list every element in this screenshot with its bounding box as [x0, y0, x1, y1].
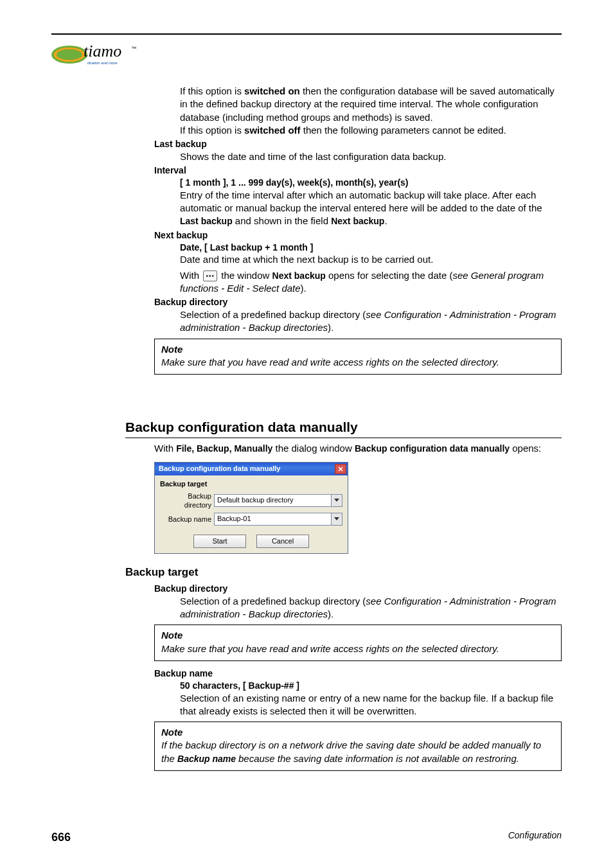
- brand-logo: tiamo ™ titration and more: [51, 41, 562, 68]
- backup-name-range: 50 characters, [ Backup-## ]: [180, 680, 562, 692]
- backup-directory-select[interactable]: Default backup directory: [214, 494, 342, 507]
- note-box-2: Note Make sure that you have read and wr…: [154, 624, 562, 661]
- next-backup-text1: Date and time at which the next backup i…: [180, 253, 562, 266]
- note-text: Make sure that you have read and write a…: [161, 642, 555, 655]
- last-backup-label: Last backup: [154, 138, 562, 150]
- note-text: Make sure that you have read and write a…: [161, 356, 555, 369]
- backup-name-text: Selection of an existing name or entry o…: [180, 692, 562, 718]
- dialog-screenshot: Backup configuration data manually Backu…: [154, 462, 348, 554]
- svg-text:™: ™: [131, 46, 136, 51]
- next-backup-range: Date, [ Last backup + 1 month ]: [180, 242, 562, 254]
- section-heading: Backup configuration data manually: [125, 418, 562, 438]
- dialog-row2-label: Backup name: [160, 515, 211, 524]
- note-text: If the backup directory is on a network …: [161, 739, 555, 765]
- backup-directory-value: Default backup directory: [215, 495, 331, 506]
- note-title: Note: [161, 629, 555, 642]
- backup-name-label: Backup name: [154, 668, 562, 680]
- start-button[interactable]: Start: [193, 535, 246, 548]
- svg-text:tiamo: tiamo: [84, 42, 121, 60]
- interval-text: Entry of the time interval after which a…: [180, 189, 562, 228]
- svg-text:titration and more: titration and more: [87, 61, 118, 65]
- dialog-group-label: Backup target: [160, 479, 342, 489]
- note-title: Note: [161, 726, 555, 739]
- section-intro: With File, Backup, Manually the dialog w…: [154, 442, 562, 455]
- cancel-button[interactable]: Cancel: [256, 535, 309, 548]
- backup-directory-label: Backup directory: [154, 296, 562, 308]
- dialog-title: Backup configuration data manually: [159, 464, 280, 474]
- chevron-down-icon[interactable]: [331, 495, 342, 506]
- svg-point-2: [57, 49, 82, 60]
- page-number: 666: [51, 829, 71, 845]
- note-box-1: Note Make sure that you have read and wr…: [154, 339, 562, 375]
- backup-directory-text-2: Selection of a predefined backup directo…: [180, 595, 562, 621]
- backup-directory-label-2: Backup directory: [154, 583, 562, 595]
- backup-name-value: Backup-01: [215, 513, 331, 525]
- interval-range: [ 1 month ], 1 ... 999 day(s), week(s), …: [180, 177, 562, 189]
- note-box-3: Note If the backup directory is on a net…: [154, 722, 562, 771]
- note-title: Note: [161, 343, 555, 356]
- dialog-row1-label: Backup directory: [160, 492, 211, 511]
- footer-label: Configuration: [508, 829, 562, 845]
- next-backup-text2: With ••• the window Next backup opens fo…: [180, 269, 562, 296]
- backup-directory-text: Selection of a predefined backup directo…: [180, 308, 562, 335]
- close-icon[interactable]: [335, 464, 346, 474]
- backup-target-heading: Backup target: [125, 565, 562, 580]
- ellipsis-button-icon: •••: [203, 270, 217, 281]
- auto-off-paragraph: If this option is switched off then the …: [180, 124, 562, 137]
- auto-on-paragraph: If this option is switched on then the c…: [180, 85, 562, 124]
- last-backup-text: Shows the date and time of the last conf…: [180, 150, 562, 163]
- chevron-down-icon[interactable]: [331, 513, 342, 525]
- interval-label: Interval: [154, 164, 562, 177]
- backup-name-select[interactable]: Backup-01: [214, 513, 342, 526]
- next-backup-label: Next backup: [154, 229, 562, 242]
